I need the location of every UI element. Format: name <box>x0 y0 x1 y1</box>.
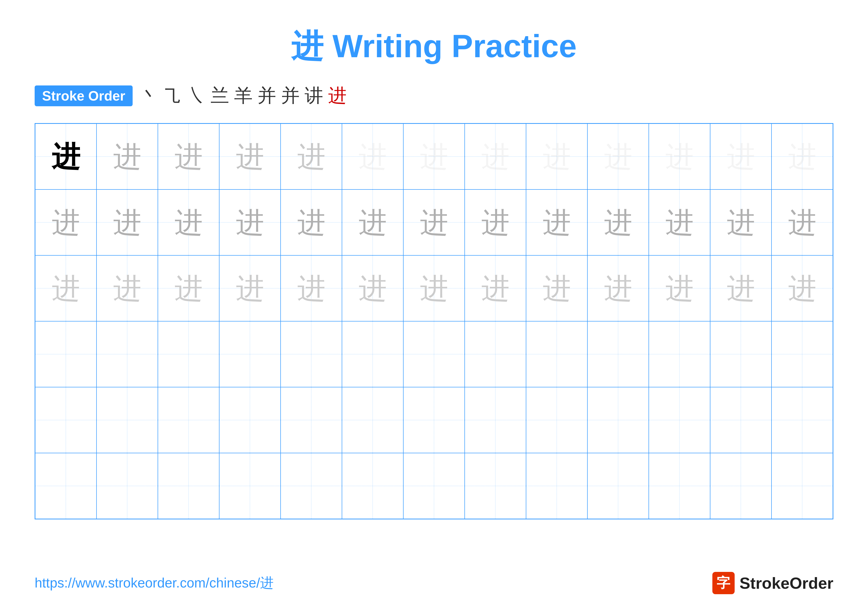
grid-cell[interactable]: 进 <box>35 124 96 190</box>
grid-cell[interactable] <box>587 453 649 519</box>
grid-cell[interactable]: 进 <box>649 190 710 255</box>
grid-cell[interactable] <box>526 321 587 387</box>
grid-cell[interactable]: 进 <box>342 190 403 255</box>
stroke-6: 并 <box>257 83 276 108</box>
grid-cell[interactable]: 进 <box>710 124 772 190</box>
grid-cell[interactable]: 进 <box>219 190 281 255</box>
grid-cell[interactable]: 进 <box>526 124 587 190</box>
footer: https://www.strokeorder.com/chinese/进 字 … <box>35 572 833 594</box>
grid-cell[interactable] <box>403 387 465 453</box>
grid-cell[interactable] <box>710 453 772 519</box>
practice-grid: 进进进进进进进进进进进进进进进进进进进进进进进进进进进进进进进进进进进进进进进 <box>35 123 833 519</box>
grid-cell[interactable] <box>403 453 465 519</box>
stroke-4: 兰 <box>211 83 229 108</box>
stroke-order-badge: Stroke Order <box>35 85 133 106</box>
grid-cell[interactable]: 进 <box>526 190 587 255</box>
grid-cell[interactable] <box>710 387 772 453</box>
grid-cell[interactable] <box>158 321 219 387</box>
grid-cell[interactable] <box>35 453 96 519</box>
grid-cell[interactable] <box>526 453 587 519</box>
grid-cell[interactable] <box>342 387 403 453</box>
grid-cell[interactable] <box>35 387 96 453</box>
grid-cell[interactable]: 进 <box>649 124 710 190</box>
page-title: 进 Writing Practice <box>35 25 833 68</box>
stroke-9-final: 进 <box>328 83 347 108</box>
grid-cell[interactable]: 进 <box>342 124 403 190</box>
grid-cell[interactable]: 进 <box>219 255 281 321</box>
grid-cell[interactable]: 进 <box>281 255 342 321</box>
grid-cell[interactable] <box>526 387 587 453</box>
stroke-2: ㇈ <box>164 83 182 108</box>
grid-cell[interactable] <box>772 453 833 519</box>
title-text: Writing Practice <box>332 28 577 64</box>
grid-cell[interactable]: 进 <box>158 190 219 255</box>
stroke-1: 丶 <box>140 83 159 108</box>
grid-cell[interactable] <box>587 321 649 387</box>
grid-cell[interactable] <box>649 387 710 453</box>
grid-cell[interactable] <box>465 321 526 387</box>
grid-cell[interactable] <box>281 387 342 453</box>
grid-cell[interactable] <box>96 321 158 387</box>
grid-cell[interactable]: 进 <box>35 190 96 255</box>
grid-cell[interactable] <box>219 321 281 387</box>
footer-logo-icon: 字 <box>712 572 735 594</box>
grid-cell[interactable]: 进 <box>342 255 403 321</box>
grid-cell[interactable] <box>281 453 342 519</box>
grid-cell[interactable]: 进 <box>772 255 833 321</box>
grid-cell[interactable]: 进 <box>281 190 342 255</box>
grid-cell[interactable] <box>96 387 158 453</box>
grid-cell[interactable]: 进 <box>403 255 465 321</box>
grid-cell[interactable]: 进 <box>772 124 833 190</box>
stroke-8: 讲 <box>305 83 323 108</box>
stroke-7: 并 <box>281 83 300 108</box>
grid-cell[interactable] <box>158 453 219 519</box>
grid-cell[interactable]: 进 <box>465 190 526 255</box>
grid-cell[interactable] <box>281 321 342 387</box>
grid-cell[interactable] <box>96 453 158 519</box>
grid-cell[interactable] <box>342 453 403 519</box>
grid-cell[interactable]: 进 <box>465 255 526 321</box>
grid-cell[interactable] <box>219 453 281 519</box>
grid-cell[interactable] <box>772 387 833 453</box>
grid-cell[interactable]: 进 <box>403 124 465 190</box>
grid-cell[interactable]: 进 <box>710 255 772 321</box>
grid-cell[interactable]: 进 <box>158 124 219 190</box>
grid-cell[interactable]: 进 <box>465 124 526 190</box>
grid-cell[interactable]: 进 <box>96 255 158 321</box>
footer-logo-text: StrokeOrder <box>739 574 833 592</box>
page: 进 Writing Practice Stroke Order 丶 ㇈ ㇏ 兰 … <box>0 0 868 614</box>
grid-cell[interactable]: 进 <box>649 255 710 321</box>
stroke-5: 羊 <box>234 83 253 108</box>
grid-cell[interactable] <box>772 321 833 387</box>
grid-cell[interactable]: 进 <box>96 124 158 190</box>
footer-logo: 字 StrokeOrder <box>712 572 833 594</box>
grid-cell[interactable] <box>587 387 649 453</box>
grid-cell[interactable] <box>342 321 403 387</box>
grid-cell[interactable] <box>465 387 526 453</box>
grid-cell[interactable]: 进 <box>403 190 465 255</box>
stroke-order-row: Stroke Order 丶 ㇈ ㇏ 兰 羊 并 并 讲 进 <box>35 83 833 108</box>
grid-cell[interactable] <box>649 453 710 519</box>
grid-cell[interactable]: 进 <box>158 255 219 321</box>
footer-url: https://www.strokeorder.com/chinese/进 <box>35 574 274 592</box>
grid-cell[interactable]: 进 <box>526 255 587 321</box>
grid-cell[interactable]: 进 <box>772 190 833 255</box>
grid-cell[interactable]: 进 <box>219 124 281 190</box>
grid-cell[interactable]: 进 <box>587 190 649 255</box>
stroke-order-chars: 丶 ㇈ ㇏ 兰 羊 并 并 讲 进 <box>140 83 347 108</box>
grid-cell[interactable] <box>465 453 526 519</box>
grid-cell[interactable]: 进 <box>710 190 772 255</box>
grid-cell[interactable]: 进 <box>96 190 158 255</box>
grid-cell[interactable]: 进 <box>35 255 96 321</box>
grid-cell[interactable] <box>35 321 96 387</box>
stroke-3: ㇏ <box>187 83 206 108</box>
grid-cell[interactable]: 进 <box>281 124 342 190</box>
grid-cell[interactable] <box>710 321 772 387</box>
grid-cell[interactable]: 进 <box>587 124 649 190</box>
grid-cell[interactable]: 进 <box>587 255 649 321</box>
grid-cell[interactable] <box>649 321 710 387</box>
grid-cell[interactable] <box>403 321 465 387</box>
title-char: 进 <box>291 28 323 64</box>
grid-cell[interactable] <box>219 387 281 453</box>
grid-cell[interactable] <box>158 387 219 453</box>
